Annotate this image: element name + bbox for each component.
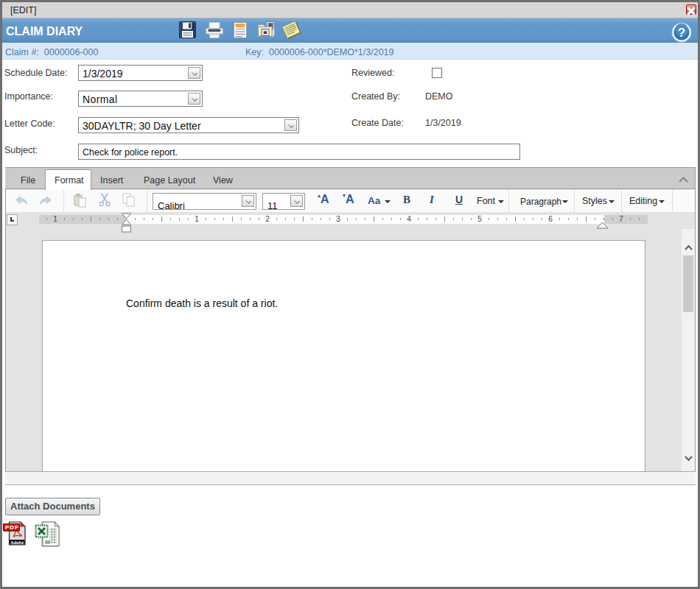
- svg-text:?: ?: [678, 26, 685, 40]
- svg-text:Adobe: Adobe: [10, 540, 24, 545]
- svg-text:PDF: PDF: [5, 524, 19, 531]
